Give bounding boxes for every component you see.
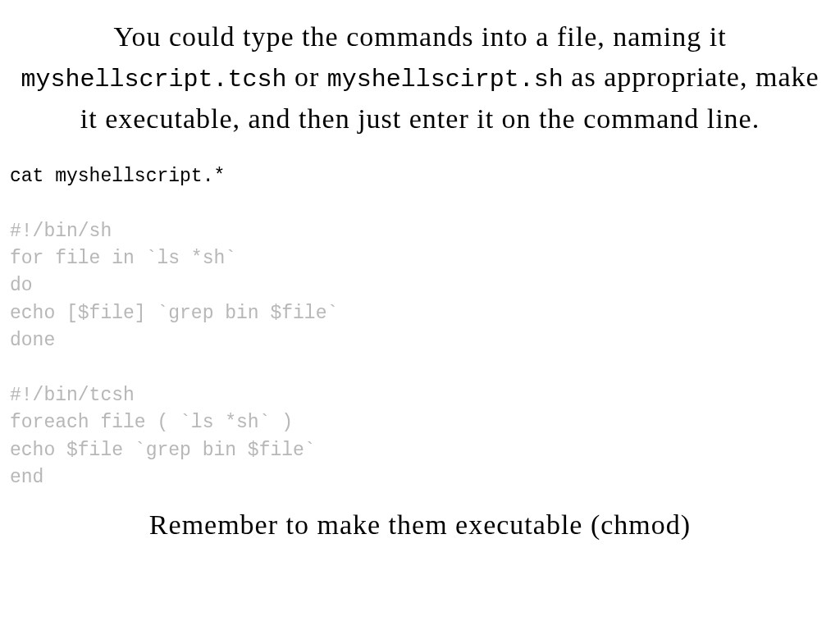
filename-2: myshellscirpt.sh (327, 66, 564, 94)
code-sh-block: #!/bin/sh for file in `ls *sh` do echo [… (10, 221, 338, 351)
filename-1: myshellscript.tcsh (21, 66, 286, 94)
code-block: cat myshellscript.* #!/bin/sh for file i… (10, 163, 820, 491)
slide-content: You could type the commands into a file,… (0, 0, 840, 541)
footer-text: Remember to make them executable (chmod) (20, 509, 820, 541)
intro-paragraph: You could type the commands into a file,… (20, 16, 820, 139)
intro-text-2: or (286, 62, 326, 92)
code-tcsh-block: #!/bin/tcsh foreach file ( `ls *sh` ) ec… (10, 385, 316, 488)
code-command: cat myshellscript.* (10, 166, 225, 187)
intro-text-1: You could type the commands into a file,… (113, 21, 726, 52)
